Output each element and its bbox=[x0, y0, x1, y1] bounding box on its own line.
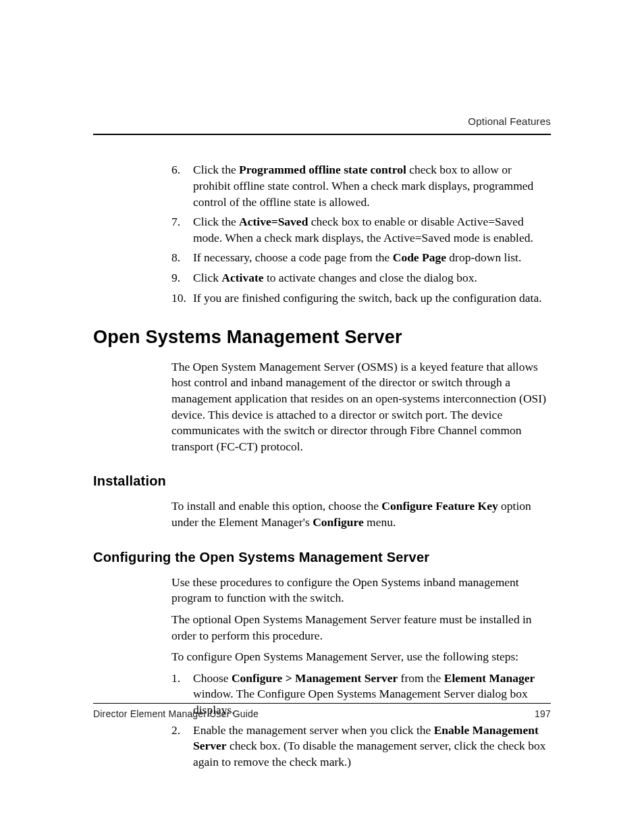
list-item: 6. Click the Programmed offline state co… bbox=[171, 162, 551, 210]
list-item: 8. If necessary, choose a code page from… bbox=[171, 250, 551, 266]
text: If you are finished configuring the swit… bbox=[193, 291, 542, 305]
section-heading-osms: Open Systems Management Server bbox=[93, 325, 551, 349]
list-number: 9. bbox=[171, 270, 190, 286]
continued-list: 6. Click the Programmed offline state co… bbox=[171, 162, 551, 306]
sub-heading-configuring: Configuring the Open Systems Management … bbox=[93, 548, 551, 567]
text: from the bbox=[398, 671, 444, 685]
paragraph: The Open System Management Server (OSMS)… bbox=[171, 359, 551, 455]
list-number: 6. bbox=[171, 162, 190, 178]
list-item: 10. If you are finished configuring the … bbox=[171, 290, 551, 307]
list-number: 2. bbox=[171, 723, 190, 739]
header-rule bbox=[93, 134, 551, 135]
text: Click the bbox=[193, 215, 239, 228]
list-number: 8. bbox=[171, 250, 190, 266]
list-item: 9. Click Activate to activate changes an… bbox=[171, 270, 551, 286]
bold-text: Code Page bbox=[393, 251, 446, 264]
text: check box. (To disable the management se… bbox=[193, 739, 545, 768]
section-intro: The Open System Management Server (OSMS)… bbox=[171, 359, 551, 455]
text: Enable the management server when you cl… bbox=[193, 723, 434, 737]
text: To install and enable this option, choos… bbox=[171, 499, 381, 513]
text: drop-down list. bbox=[446, 251, 521, 264]
paragraph: The optional Open Systems Management Ser… bbox=[171, 612, 551, 644]
paragraph: To configure Open Systems Management Ser… bbox=[171, 649, 551, 665]
list-number: 7. bbox=[171, 214, 190, 230]
paragraph: Use these procedures to configure the Op… bbox=[171, 575, 551, 606]
bold-text: Configure bbox=[313, 515, 364, 529]
footer-row: Director Element Manager User Guide 197 bbox=[93, 708, 551, 721]
text: to activate changes and close the dialog… bbox=[264, 271, 477, 284]
bold-text: Configure Feature Key bbox=[381, 499, 498, 513]
text: Click the bbox=[193, 163, 239, 176]
page-footer: Director Element Manager User Guide 197 bbox=[93, 703, 551, 721]
page-number: 197 bbox=[535, 708, 551, 721]
text: Click bbox=[193, 271, 221, 284]
bold-text: Element Manager bbox=[444, 671, 535, 685]
sub-heading-installation: Installation bbox=[93, 472, 551, 490]
list-number: 1. bbox=[171, 671, 190, 687]
paragraph: To install and enable this option, choos… bbox=[171, 498, 551, 530]
text: If necessary, choose a code page from th… bbox=[193, 251, 393, 264]
bold-text: Active=Saved bbox=[239, 215, 308, 228]
bold-text: Configure > Management Server bbox=[232, 671, 398, 685]
header-label: Optional Features bbox=[93, 115, 551, 134]
footer-title: Director Element Manager User Guide bbox=[93, 708, 259, 721]
list-item: 7. Click the Active=Saved check box to e… bbox=[171, 214, 551, 246]
text: menu. bbox=[364, 515, 396, 529]
procedure-list-a: 6. Click the Programmed offline state co… bbox=[171, 162, 551, 306]
bold-text: Programmed offline state control bbox=[239, 163, 406, 176]
list-number: 10. bbox=[171, 290, 190, 307]
config-body: Use these procedures to configure the Op… bbox=[171, 575, 551, 771]
bold-text: Activate bbox=[221, 271, 263, 284]
list-item: 2. Enable the management server when you… bbox=[171, 723, 551, 771]
footer-rule bbox=[93, 703, 551, 704]
install-body: To install and enable this option, choos… bbox=[171, 498, 551, 530]
text: Choose bbox=[193, 671, 232, 685]
